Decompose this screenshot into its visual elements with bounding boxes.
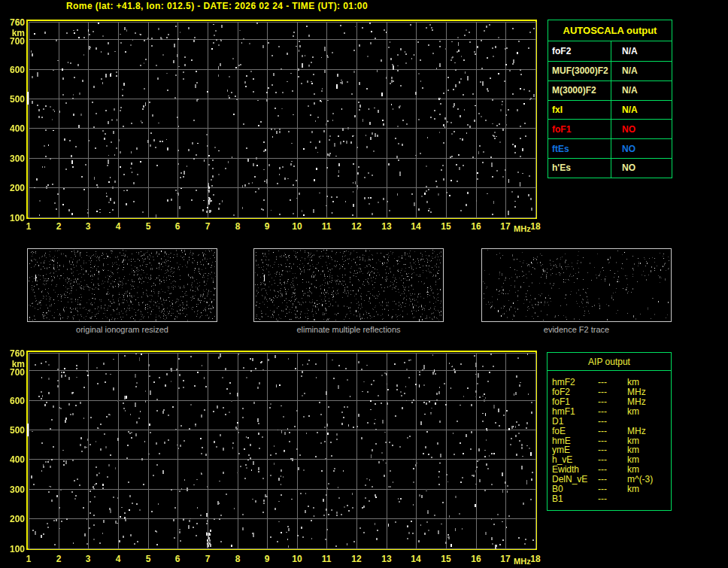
aip-row-foe: foE---MHz [548, 427, 671, 436]
x-tick-2: 2 [47, 222, 70, 231]
x-tick-9: 9 [256, 554, 278, 563]
y-axis-unit-km: km [2, 29, 25, 38]
x-tick-12: 12 [345, 222, 368, 231]
aip-param-value: --- [598, 387, 607, 397]
aip-param-name: B1 [552, 494, 563, 504]
x-tick-12: 12 [345, 554, 368, 563]
aip-param-value: --- [598, 427, 607, 436]
x-tick-15: 15 [435, 554, 457, 563]
autoscala-screen: Rome (lat: +41.8, lon: 012.5) - DATE: 20… [0, 0, 728, 568]
x-tick-6: 6 [166, 222, 189, 231]
autoscala-param-value: N/A [611, 41, 638, 61]
aip-param-name: hmF1 [552, 407, 575, 417]
x-tick-11: 11 [315, 222, 338, 231]
panel-original-ionogram-resized [27, 248, 217, 322]
x-tick-1: 1 [17, 554, 40, 563]
autoscala-param-label: M(3000)F2 [548, 81, 611, 100]
aip-row-fof1: foF1---MHz [548, 397, 671, 407]
x-axis-unit-mhz: MHz [514, 557, 531, 566]
autoscala-row-fof1: foF1NO [548, 119, 672, 138]
y-tick-300: 300 [2, 485, 25, 494]
page-title: Rome (lat: +41.8, lon: 012.5) - DATE: 20… [66, 1, 368, 11]
y-tick-600: 600 [2, 65, 25, 74]
y-tick-600: 600 [2, 396, 25, 405]
panel-canvas [27, 248, 217, 322]
aip-param-value: --- [598, 397, 607, 407]
aip-param-value: --- [598, 417, 607, 427]
autoscala-row-muf3000f2: MUF(3000)F2N/A [548, 61, 672, 80]
x-tick-14: 14 [405, 554, 427, 563]
x-tick-5: 5 [137, 554, 159, 563]
panel-evidence-f2-trace [481, 248, 672, 322]
y-tick-760: 760 [2, 18, 25, 27]
x-tick-11: 11 [315, 554, 338, 563]
y-tick-300: 300 [2, 154, 25, 163]
y-tick-760: 760 [2, 349, 25, 358]
x-tick-4: 4 [107, 554, 129, 563]
x-tick-5: 5 [137, 222, 159, 231]
x-tick-4: 4 [107, 222, 129, 231]
ionogram-canvas [26, 20, 537, 219]
autoscala-param-label: h'Es [548, 159, 611, 178]
aip-param-unit: MHz [627, 427, 646, 436]
x-tick-10: 10 [286, 222, 308, 231]
autoscala-param-value: N/A [611, 101, 638, 120]
autoscala-param-label: MUF(3000)F2 [548, 62, 611, 80]
x-tick-16: 16 [465, 554, 487, 563]
panel-label-evidence-f2-trace: evidence F2 trace [481, 325, 672, 334]
aip-param-name: foE [552, 427, 566, 436]
x-axis-unit-mhz: MHz [514, 225, 531, 233]
aip-param-value: --- [598, 494, 607, 504]
aip-param-unit: MHz [627, 397, 646, 407]
autoscala-row-fof2: foF2N/A [548, 41, 672, 61]
x-tick-13: 13 [375, 554, 398, 563]
panel-canvas [253, 248, 444, 322]
aip-table-rows: hmF2---kmfoF2---MHzfoF1---MHzhmF1---kmD1… [548, 371, 671, 504]
aip-param-unit: km [627, 407, 639, 417]
x-tick-7: 7 [196, 554, 219, 563]
autoscala-param-label: foF2 [548, 41, 611, 61]
aip-param-unit: km [627, 378, 639, 387]
aip-row-fof2: foF2---MHz [548, 387, 671, 397]
ionogram-plot-bottom [26, 351, 537, 550]
y-tick-100: 100 [2, 545, 25, 554]
aip-row-b0: B0---km [548, 484, 671, 494]
x-tick-16: 16 [465, 222, 487, 231]
y-tick-200: 200 [2, 515, 25, 524]
autoscala-param-value: NO [611, 139, 635, 158]
aip-param-name: foF2 [552, 387, 570, 397]
aip-param-value: --- [598, 378, 607, 387]
autoscala-output-table: AUTOSCALA output foF2N/AMUF(3000)F2N/AM(… [548, 20, 672, 178]
panel-label-eliminate-multiple-reflections: eliminate multiple reflections [253, 325, 444, 334]
autoscala-row-fxi: fxIN/A [548, 100, 672, 120]
x-tick-10: 10 [286, 554, 308, 563]
aip-row-delnve: DelN_vE---m^(-3) [548, 475, 671, 484]
autoscala-param-label: ftEs [548, 139, 611, 158]
x-tick-9: 9 [256, 222, 278, 231]
aip-param-name: D1 [552, 417, 563, 427]
x-tick-3: 3 [77, 222, 99, 231]
aip-row-hmf1: hmF1---km [548, 407, 671, 417]
autoscala-param-value: NO [611, 120, 635, 138]
autoscala-table-title: AUTOSCALA output [548, 20, 672, 41]
aip-param-unit: km [627, 484, 639, 494]
autoscala-row-hes: h'EsNO [548, 158, 672, 178]
autoscala-param-value: N/A [611, 62, 638, 80]
x-tick-8: 8 [226, 222, 249, 231]
x-tick-2: 2 [47, 554, 70, 563]
aip-param-name: foF1 [552, 397, 570, 407]
autoscala-table-rows: foF2N/AMUF(3000)F2N/AM(3000)F2N/AfxIN/Af… [548, 41, 672, 178]
y-tick-400: 400 [2, 124, 25, 133]
autoscala-param-value: NO [611, 159, 635, 178]
ionogram-canvas [26, 351, 537, 550]
y-tick-500: 500 [2, 95, 25, 104]
x-tick-14: 14 [405, 222, 427, 231]
x-tick-15: 15 [435, 222, 457, 231]
y-tick-500: 500 [2, 426, 25, 435]
ionogram-plot-top [26, 20, 537, 219]
aip-table-title: AIP output [548, 353, 671, 371]
aip-row-hmf2: hmF2---km [548, 378, 671, 387]
x-tick-13: 13 [375, 222, 398, 231]
autoscala-row-m3000f2: M(3000)F2N/A [548, 80, 672, 100]
x-tick-3: 3 [77, 554, 99, 563]
